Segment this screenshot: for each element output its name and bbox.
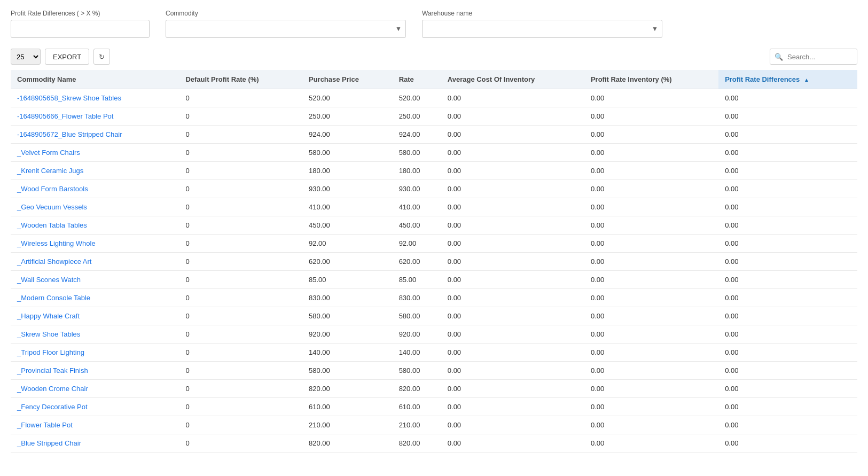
cell-profit-rate-diff: 0.00 — [718, 89, 857, 107]
refresh-button[interactable]: ↻ — [93, 49, 110, 65]
cell-profit-rate-diff: 0.00 — [718, 253, 857, 271]
cell-commodity-name[interactable]: _Wall Scones Watch — [11, 271, 179, 289]
cell-avg-cost: 0.00 — [441, 235, 584, 253]
table-row: _Velvet Form Chairs 0 580.00 580.00 0.00… — [11, 144, 857, 162]
cell-commodity-name[interactable]: _Tripod Floor Lighting — [11, 344, 179, 362]
cell-rate: 924.00 — [393, 126, 441, 144]
cell-profit-rate-diff: 0.00 — [718, 162, 857, 180]
cell-rate: 180.00 — [393, 162, 441, 180]
cell-commodity-name[interactable]: _Skrew Shoe Tables — [11, 325, 179, 344]
cell-commodity-name[interactable]: _Krenit Ceramic Jugs — [11, 162, 179, 180]
cell-purchase-price: 830.00 — [302, 289, 393, 307]
warehouse-select[interactable] — [422, 20, 662, 38]
cell-profit-rate-inventory: 0.00 — [584, 271, 718, 289]
search-input[interactable] — [787, 49, 857, 64]
cell-rate: 580.00 — [393, 362, 441, 380]
cell-commodity-name[interactable]: -1648905658_Skrew Shoe Tables — [11, 89, 179, 107]
cell-purchase-price: 580.00 — [302, 307, 393, 325]
cell-profit-rate-diff: 0.00 — [718, 216, 857, 235]
cell-avg-cost: 0.00 — [441, 325, 584, 344]
col-rate: Rate — [393, 70, 441, 89]
table-row: _Artificial Showpiece Art 0 620.00 620.0… — [11, 253, 857, 271]
cell-rate: 85.00 — [393, 271, 441, 289]
search-icon-button[interactable]: 🔍 — [770, 49, 787, 64]
cell-profit-rate-diff: 0.00 — [718, 144, 857, 162]
cell-commodity-name[interactable]: _Geo Vecuum Vessels — [11, 198, 179, 216]
table-row: _Provincial Teak Finish 0 580.00 580.00 … — [11, 362, 857, 380]
table-row: _Geo Vecuum Vessels 0 410.00 410.00 0.00… — [11, 198, 857, 216]
cell-profit-rate-inventory: 0.00 — [584, 380, 718, 398]
cell-default-profit-rate: 0 — [179, 89, 302, 107]
cell-commodity-name[interactable]: _Provincial Teak Finish — [11, 362, 179, 380]
cell-purchase-price: 140.00 — [302, 344, 393, 362]
col-profit-rate-diff[interactable]: Profit Rate Differences ▲ — [718, 70, 857, 89]
cell-profit-rate-inventory: 0.00 — [584, 180, 718, 198]
table-row: _Skrew Shoe Tables 0 920.00 920.00 0.00 … — [11, 325, 857, 344]
cell-purchase-price: 92.00 — [302, 235, 393, 253]
cell-commodity-name[interactable]: _Wireless Lighting Whole — [11, 235, 179, 253]
cell-profit-rate-inventory: 0.00 — [584, 289, 718, 307]
search-wrapper: 🔍 — [770, 49, 857, 65]
profit-rate-input[interactable] — [11, 20, 150, 38]
cell-profit-rate-diff: 0.00 — [718, 289, 857, 307]
table-row: _Wireless Lighting Whole 0 92.00 92.00 0… — [11, 235, 857, 253]
cell-purchase-price: 520.00 — [302, 89, 393, 107]
cell-default-profit-rate: 0 — [179, 107, 302, 126]
table-row: _Wooden Crome Chair 0 820.00 820.00 0.00… — [11, 380, 857, 398]
cell-commodity-name[interactable]: _Flower Table Pot — [11, 416, 179, 434]
cell-rate: 620.00 — [393, 253, 441, 271]
profit-rate-filter-group: Profit Rate Differences ( > X %) — [11, 10, 150, 38]
cell-rate: 520.00 — [393, 89, 441, 107]
cell-profit-rate-inventory: 0.00 — [584, 362, 718, 380]
cell-profit-rate-diff: 0.00 — [718, 180, 857, 198]
cell-avg-cost: 0.00 — [441, 144, 584, 162]
cell-rate: 820.00 — [393, 380, 441, 398]
cell-commodity-name[interactable]: -1648905666_Flower Table Pot — [11, 107, 179, 126]
col-commodity-name: Commodity Name — [11, 70, 179, 89]
warehouse-select-wrapper: ▼ — [422, 20, 662, 38]
cell-avg-cost: 0.00 — [441, 253, 584, 271]
cell-commodity-name[interactable]: _Wood Form Barstools — [11, 180, 179, 198]
cell-commodity-name[interactable]: _Wooden Tabla Tables — [11, 216, 179, 235]
refresh-icon: ↻ — [99, 53, 105, 61]
cell-commodity-name[interactable]: _Artificial Showpiece Art — [11, 253, 179, 271]
cell-avg-cost: 0.00 — [441, 89, 584, 107]
cell-profit-rate-inventory: 0.00 — [584, 434, 718, 452]
commodity-select[interactable] — [166, 20, 406, 38]
per-page-select-wrapper: 10 25 50 100 — [11, 49, 41, 65]
cell-rate: 450.00 — [393, 216, 441, 235]
cell-default-profit-rate: 0 — [179, 271, 302, 289]
cell-default-profit-rate: 0 — [179, 307, 302, 325]
cell-commodity-name[interactable]: _Velvet Form Chairs — [11, 144, 179, 162]
cell-avg-cost: 0.00 — [441, 380, 584, 398]
cell-default-profit-rate: 0 — [179, 380, 302, 398]
cell-profit-rate-diff: 0.00 — [718, 307, 857, 325]
cell-default-profit-rate: 0 — [179, 434, 302, 452]
toolbar-left: 10 25 50 100 EXPORT ↻ — [11, 49, 110, 65]
cell-default-profit-rate: 0 — [179, 289, 302, 307]
cell-commodity-name[interactable]: _Fency Decorative Pot — [11, 398, 179, 416]
cell-purchase-price: 180.00 — [302, 162, 393, 180]
cell-profit-rate-diff: 0.00 — [718, 107, 857, 126]
table-row: -1648905658_Skrew Shoe Tables 0 520.00 5… — [11, 89, 857, 107]
cell-purchase-price: 620.00 — [302, 253, 393, 271]
cell-purchase-price: 210.00 — [302, 416, 393, 434]
cell-commodity-name[interactable]: _Modern Console Table — [11, 289, 179, 307]
table-body: -1648905658_Skrew Shoe Tables 0 520.00 5… — [11, 89, 857, 452]
cell-profit-rate-diff: 0.00 — [718, 126, 857, 144]
table-row: -1648905672_Blue Stripped Chair 0 924.00… — [11, 126, 857, 144]
table-row: _Modern Console Table 0 830.00 830.00 0.… — [11, 289, 857, 307]
cell-avg-cost: 0.00 — [441, 289, 584, 307]
cell-rate: 92.00 — [393, 235, 441, 253]
cell-commodity-name[interactable]: _Blue Stripped Chair — [11, 434, 179, 452]
cell-commodity-name[interactable]: _Happy Whale Craft — [11, 307, 179, 325]
cell-commodity-name[interactable]: -1648905672_Blue Stripped Chair — [11, 126, 179, 144]
table-row: _Krenit Ceramic Jugs 0 180.00 180.00 0.0… — [11, 162, 857, 180]
export-button[interactable]: EXPORT — [45, 49, 89, 65]
cell-default-profit-rate: 0 — [179, 198, 302, 216]
cell-avg-cost: 0.00 — [441, 362, 584, 380]
per-page-select[interactable]: 10 25 50 100 — [11, 49, 41, 65]
cell-commodity-name[interactable]: _Wooden Crome Chair — [11, 380, 179, 398]
header-row: Commodity Name Default Profit Rate (%) P… — [11, 70, 857, 89]
cell-default-profit-rate: 0 — [179, 235, 302, 253]
